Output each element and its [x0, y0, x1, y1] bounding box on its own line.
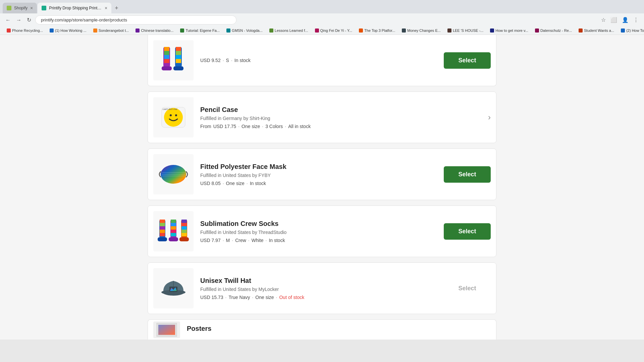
printify-favicon: [42, 6, 46, 10]
product-image-pencil-case: Lach dich mal: [153, 97, 194, 137]
product-svg-face-mask: [157, 158, 190, 191]
bookmark-datenschutz[interactable]: Datenschutz - Re...: [532, 28, 575, 33]
toolbar-icons: ☆ ⬜ 👤 ⋮: [600, 15, 640, 24]
bookmark-icon: [359, 28, 363, 33]
svg-rect-39: [181, 230, 187, 233]
product-svg-twill-hat: [157, 272, 190, 305]
bookmark-icon: [180, 28, 184, 33]
svg-rect-2: [164, 51, 169, 55]
bookmark-lessons[interactable]: Lessons Learned f...: [267, 28, 311, 33]
product-image-crew-socks: [153, 211, 194, 251]
bookmark-icon: [579, 28, 583, 33]
new-tab-button[interactable]: +: [112, 3, 121, 13]
bookmark-phone-recycling[interactable]: Phone Recycling...: [4, 28, 46, 33]
product-svg-partial: [157, 44, 190, 77]
bookmark-chinese[interactable]: Chinese translatio...: [133, 28, 176, 33]
product-price-face-mask: USD 8.05: [200, 181, 221, 186]
address-input[interactable]: printify.com/app/store/sample-order/prod…: [35, 15, 236, 24]
product-card-twill-hat: Unisex Twill Hat Fulfilled in United Sta…: [148, 262, 496, 314]
bookmark-icon: [226, 28, 230, 33]
product-price-partial: USD 9.52: [200, 58, 221, 63]
svg-rect-27: [158, 237, 167, 241]
svg-rect-3: [164, 55, 169, 59]
svg-rect-9: [176, 55, 181, 59]
bookmark-qing[interactable]: Qing Fei De Yi - Y...: [312, 28, 355, 33]
bookmark-how-working[interactable]: (1) How Working ...: [47, 28, 89, 33]
product-name-crew-socks: Sublimation Crew Socks: [200, 220, 437, 228]
select-button-face-mask[interactable]: Select: [444, 166, 491, 183]
browser-chrome: Shopify × Printify Drop Shipping Print o…: [0, 0, 644, 35]
svg-point-15: [175, 114, 177, 116]
product-size-twill-hat: One size: [255, 295, 274, 300]
product-image-posters: [153, 321, 180, 338]
product-price-pencil-case: USD 17.75: [213, 124, 236, 129]
svg-rect-26: [160, 233, 165, 236]
bookmark-lee[interactable]: LEE 'S HOUSE -...: [445, 28, 486, 33]
product-price-prefix-pencil-case: From: [200, 124, 211, 129]
product-info-posters: Posters: [187, 325, 491, 335]
bookmark-money[interactable]: Money Changes E...: [399, 28, 443, 33]
product-svg-pencil-case: Lach dich mal: [157, 101, 190, 134]
svg-rect-37: [181, 223, 187, 226]
tab-shopify[interactable]: Shopify ×: [3, 3, 37, 13]
product-meta-partial: USD 9.52 · S · In stock: [200, 58, 437, 63]
product-stock-pencil-case: All in stock: [288, 124, 311, 129]
product-colors-pencil-case: 3 Colors: [265, 124, 283, 129]
menu-icon[interactable]: ⋮: [632, 15, 640, 24]
reload-button[interactable]: ↻: [25, 15, 33, 24]
bookmark-gmsn[interactable]: GMSN - Vologda...: [224, 28, 265, 33]
bookmark-icon: [535, 28, 539, 33]
profile-icon[interactable]: 👤: [621, 15, 630, 24]
product-name-twill-hat: Unisex Twill Hat: [200, 277, 437, 285]
select-button-partial[interactable]: Select: [444, 52, 491, 69]
product-image-face-mask: [153, 154, 194, 194]
product-svg-posters: [155, 321, 178, 338]
product-card-partial-top: USD 9.52 · S · In stock Select: [148, 35, 496, 86]
product-stock-twill-hat: Out of stock: [279, 295, 304, 300]
svg-rect-36: [181, 220, 187, 223]
bookmark-top3[interactable]: The Top 3 Platfor...: [356, 28, 398, 33]
forward-button[interactable]: →: [15, 16, 23, 24]
svg-rect-11: [173, 66, 183, 70]
chevron-right-icon-pencil-case[interactable]: ›: [488, 113, 491, 122]
product-image-partial: [153, 40, 194, 80]
bookmark-icon: [269, 28, 273, 33]
svg-rect-34: [169, 237, 178, 241]
svg-text:Lach dich mal: Lach dich mal: [163, 108, 177, 110]
product-fulfilled-face-mask: Fulfilled in United States by FYBY: [200, 173, 437, 178]
svg-point-13: [164, 108, 183, 127]
product-card-posters: Posters: [148, 319, 496, 340]
bookmark-how-get[interactable]: How to get more v...: [487, 28, 531, 33]
select-button-twill-hat: Select: [444, 280, 491, 297]
product-fulfilled-crew-socks: Fulfilled in United States by ThreadStud…: [200, 230, 437, 235]
bookmark-icon: [490, 28, 494, 33]
bookmark-sonderangebot[interactable]: Sonderangebot t...: [91, 28, 132, 33]
product-name-posters: Posters: [187, 325, 491, 333]
tab-printify-label: Printify Drop Shipping Print o...: [49, 6, 102, 10]
tab-printify-close[interactable]: ×: [105, 5, 107, 11]
products-container: USD 9.52 · S · In stock Select: [141, 35, 503, 340]
tab-shopify-close[interactable]: ×: [30, 5, 33, 11]
svg-rect-33: [171, 233, 176, 236]
bookmark-icon: [402, 28, 406, 33]
bookmark-icon: [7, 28, 11, 33]
bookmark-icon: [315, 28, 319, 33]
svg-rect-23: [160, 223, 165, 226]
product-price-twill-hat: USD 15.73: [200, 295, 223, 300]
bookmark-how-add[interactable]: (2) How To Add ...: [618, 28, 644, 33]
tab-printify[interactable]: Printify Drop Shipping Print o... ×: [38, 3, 111, 13]
bookmark-student[interactable]: Student Wants a...: [576, 28, 617, 33]
address-bar-row: ← → ↻ printify.com/app/store/sample-orde…: [0, 13, 644, 26]
product-meta-twill-hat: USD 15.73 · True Navy · One size · Out o…: [200, 295, 437, 300]
product-info-partial: USD 9.52 · S · In stock: [200, 58, 437, 63]
back-button[interactable]: ←: [4, 16, 12, 24]
svg-rect-44: [169, 287, 177, 292]
select-button-crew-socks[interactable]: Select: [444, 223, 491, 240]
bookmark-icon: [136, 28, 140, 33]
bookmarks-bar: Phone Recycling... (1) How Working ... S…: [0, 26, 644, 35]
product-card-crew-socks: Sublimation Crew Socks Fulfilled in Unit…: [148, 205, 496, 257]
extension-icon[interactable]: ⬜: [609, 15, 619, 24]
svg-rect-4: [164, 59, 169, 63]
bookmark-tutorial[interactable]: Tutorial: Eigene Fa...: [177, 28, 222, 33]
bookmark-icon[interactable]: ☆: [600, 15, 607, 24]
